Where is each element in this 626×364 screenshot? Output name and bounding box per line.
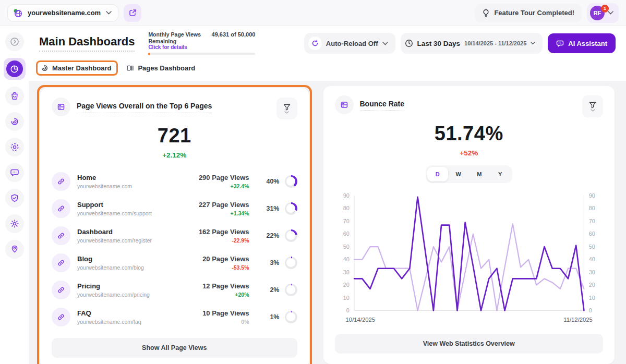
- date-range-picker[interactable]: Last 30 Days 10/14/2025 - 11/12/2025: [401, 33, 543, 54]
- quota-widget: Monthly Page Views Remaining 49,631 of 5…: [148, 31, 255, 55]
- svg-text:20: 20: [343, 282, 349, 288]
- bounce-rate-chart: 0010102020303040405050606070708080909010…: [335, 190, 604, 325]
- page-row-blog[interactable]: Blogyourwebsitename.com/blog 20 Page Vie…: [52, 250, 297, 275]
- shopping-bag-icon: [10, 91, 19, 101]
- filter-button[interactable]: [276, 98, 297, 119]
- site-name: yourwebsitename.com: [28, 9, 101, 17]
- sidebar: [0, 26, 29, 364]
- chat-feedback-icon: [10, 168, 19, 177]
- link-icon: [52, 172, 70, 191]
- bounce-rate-value: 51.74%: [335, 123, 604, 145]
- topbar: yourwebsitename.com Feature Tour Complet…: [0, 0, 626, 26]
- clock-icon: [405, 39, 413, 47]
- page-row-home[interactable]: Homeyourwebsitename.com 290 Page Views+3…: [52, 168, 297, 194]
- annotation-box-master-tab: Master Dashboard: [36, 60, 118, 76]
- svg-text:0: 0: [346, 307, 349, 313]
- ai-assistant-button[interactable]: AI Assistant: [548, 33, 616, 53]
- feature-tour-label: Feature Tour Completed!: [494, 9, 574, 17]
- period-day[interactable]: D: [427, 167, 448, 181]
- sidebar-item-recordings[interactable]: [5, 138, 24, 156]
- sidebar-item-locations[interactable]: [5, 240, 24, 259]
- tab-pages-dashboard[interactable]: Pages Dashboard: [126, 64, 195, 72]
- tab-label: Master Dashboard: [52, 64, 111, 72]
- dashboard-tabs: Master Dashboard Pages Dashboard: [29, 57, 626, 81]
- donut-indicator: [285, 257, 297, 269]
- ai-assistant-label: AI Assistant: [568, 40, 607, 47]
- svg-text:10/14/2025: 10/14/2025: [345, 317, 375, 323]
- filter-button[interactable]: [582, 95, 603, 117]
- link-icon: [52, 199, 70, 218]
- lightbulb-icon: [482, 9, 490, 17]
- svg-text:60: 60: [588, 230, 595, 237]
- svg-text:50: 50: [588, 244, 595, 250]
- link-icon: [52, 253, 70, 272]
- chevron-down-icon: [284, 111, 289, 114]
- line-chart: 0010102020303040405050606070708080909010…: [335, 190, 604, 325]
- page-row-pricing[interactable]: Pricingyourwebsitename.com/pricing 12 Pa…: [52, 277, 297, 302]
- bounce-rate-change: +52%: [335, 149, 604, 157]
- period-week[interactable]: W: [448, 167, 469, 181]
- tab-label: Pages Dashboard: [138, 64, 195, 72]
- sidebar-item-dashboards[interactable]: [4, 58, 26, 80]
- date-range-value: 10/14/2025 - 11/12/2025: [464, 40, 526, 46]
- card-title: Bounce Rate: [360, 100, 405, 111]
- page-row-support[interactable]: Supportyourwebsitename.com/support 227 P…: [52, 196, 297, 221]
- refresh-icon: [308, 37, 322, 50]
- total-change: +2.12%: [52, 151, 297, 159]
- quota-details-link[interactable]: Click for details: [148, 44, 255, 50]
- external-link-icon: [129, 9, 137, 17]
- chevron-down-icon: [106, 11, 112, 15]
- link-icon: [52, 226, 70, 245]
- swirl-icon: [10, 117, 19, 126]
- feature-tour-button[interactable]: Feature Tour Completed!: [475, 4, 582, 22]
- shield-check-icon: [10, 193, 19, 203]
- chevron-down-icon: [608, 11, 613, 15]
- svg-text:40: 40: [343, 256, 349, 262]
- sidebar-item-privacy[interactable]: [5, 189, 24, 208]
- sidebar-item-settings[interactable]: [5, 214, 24, 233]
- widget-icon: [335, 95, 354, 114]
- page-row-dashboard[interactable]: Dashboardyourwebsitename.com/register 16…: [52, 223, 297, 248]
- quota-label: Monthly Page Views Remaining: [148, 31, 207, 44]
- site-selector[interactable]: yourwebsitename.com: [7, 4, 118, 22]
- link-icon: [52, 281, 70, 299]
- svg-text:90: 90: [588, 192, 595, 199]
- focus-record-icon: [10, 142, 19, 152]
- link-icon: [52, 308, 70, 326]
- quota-value: 49,631 of 50,000: [212, 31, 256, 38]
- sidebar-collapse-button[interactable]: [5, 32, 24, 51]
- chat-icon: [556, 40, 564, 47]
- globe-icon: [13, 8, 22, 18]
- auto-reload-dropdown[interactable]: Auto-Reload Off: [304, 33, 395, 54]
- page-views-card: Page Views Overall on the Top 6 Pages 72…: [40, 88, 309, 364]
- page-row-faq[interactable]: FAQyourwebsitename.com/faq 10 Page Views…: [52, 304, 297, 330]
- open-site-button[interactable]: [124, 4, 141, 22]
- period-month[interactable]: M: [469, 167, 490, 181]
- collapse-arrow-icon: [10, 37, 19, 46]
- sidebar-item-ecommerce[interactable]: [5, 87, 24, 105]
- svg-text:11/12/2025: 11/12/2025: [563, 317, 593, 323]
- chevron-down-icon: [531, 42, 535, 45]
- columns-icon: [126, 64, 134, 72]
- svg-text:10: 10: [343, 295, 349, 301]
- sidebar-item-feedback[interactable]: [5, 163, 24, 182]
- svg-text:0: 0: [588, 307, 592, 313]
- donut-indicator: [285, 311, 297, 323]
- svg-text:80: 80: [343, 205, 349, 212]
- location-pin-icon: [10, 245, 19, 254]
- show-all-page-views-button[interactable]: Show All Page Views: [52, 338, 297, 358]
- svg-text:50: 50: [343, 244, 349, 250]
- page-title: Main Dashboards: [39, 35, 135, 52]
- card-title: Page Views Overall on the Top 6 Pages: [77, 102, 212, 113]
- svg-text:60: 60: [343, 230, 349, 237]
- period-year[interactable]: Y: [490, 167, 511, 181]
- svg-text:30: 30: [588, 269, 595, 275]
- tab-master-dashboard[interactable]: Master Dashboard: [41, 64, 111, 72]
- account-menu[interactable]: RF 1: [587, 3, 619, 23]
- donut-indicator: [285, 175, 297, 188]
- view-web-statistics-button[interactable]: View Web Statistics Overview: [335, 334, 604, 354]
- sidebar-item-behaviour[interactable]: [5, 112, 24, 131]
- date-range-label: Last 30 Days: [417, 40, 461, 47]
- swirl-icon: [41, 64, 49, 72]
- svg-text:40: 40: [588, 256, 595, 262]
